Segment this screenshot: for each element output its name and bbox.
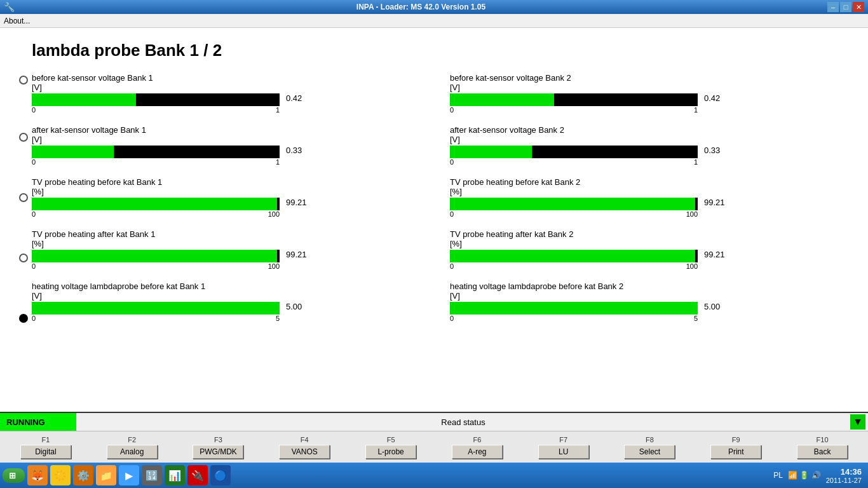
sensor-block: TV probe heating before kat Bank 2[%]99.…: [450, 177, 855, 218]
radio-3[interactable]: [19, 193, 28, 202]
windows-icon: ⊞: [9, 471, 16, 480]
minimize-button[interactable]: –: [827, 2, 839, 12]
taskbar-icon-bmw[interactable]: 🔵: [210, 465, 231, 485]
fkey-button[interactable]: LU: [538, 445, 589, 459]
sensor-value: 99.21: [704, 250, 726, 259]
content-wrapper: lambda probe Bank 1 / 2 before kat-senso…: [19, 41, 855, 334]
scale-max: 5: [694, 315, 698, 322]
sensor-label: TV probe heating before kat Bank 2: [450, 177, 855, 187]
progress-bar-container: 0.33: [450, 146, 698, 158]
fkey-button[interactable]: A-reg: [452, 445, 503, 459]
radio-5[interactable]: [19, 314, 28, 323]
sensor-value: 5.00: [286, 302, 308, 311]
sensor-block: TV probe heating before kat Bank 1[%]99.…: [32, 177, 437, 218]
scale-max: 100: [686, 262, 698, 270]
scale-max: 1: [694, 106, 698, 114]
fkey-button[interactable]: VANOS: [279, 445, 330, 459]
progress-bar-container: 0.42: [450, 93, 698, 106]
start-button[interactable]: ⊞: [3, 468, 25, 483]
statusbar: RUNNING Read status ▼: [0, 412, 868, 431]
progress-bar-fill: [32, 198, 277, 210]
fkey-label: F6: [473, 436, 481, 444]
progress-bar-container: 0.42: [32, 93, 280, 106]
sensor-unit: [V]: [450, 83, 855, 92]
scale-min: 0: [450, 262, 454, 270]
menubar: About...: [0, 14, 868, 28]
taskbar-icon-firefox[interactable]: 🦊: [27, 465, 48, 485]
scale-max: 100: [268, 262, 280, 270]
bar-scale: 01: [32, 106, 280, 114]
fkey-button[interactable]: Analog: [107, 445, 158, 459]
fkey-button[interactable]: Print: [710, 445, 761, 459]
fkey-group: F10Back: [779, 436, 865, 459]
sensor-unit: [V]: [450, 135, 855, 144]
sensor-value: 99.21: [286, 250, 308, 259]
sensor-value: 0.42: [704, 93, 726, 103]
sensor-label: after kat-sensor voltage Bank 2: [450, 125, 855, 135]
taskbar-icon-excel[interactable]: 📊: [165, 465, 185, 485]
bar-scale: 0100: [32, 210, 280, 218]
fkey-button[interactable]: PWG/MDK: [193, 445, 243, 459]
bar-scale: 01: [450, 158, 698, 166]
fkey-group: F2Analog: [89, 436, 175, 459]
language-indicator: PL: [773, 471, 783, 480]
scale-min: 0: [32, 158, 36, 166]
sensor-label: heating voltage lambdaprobe before kat B…: [450, 281, 855, 291]
fkey-label: F3: [214, 436, 222, 444]
radio-1[interactable]: [19, 76, 28, 85]
taskbar-icon-puzzle[interactable]: 🔌: [187, 465, 208, 485]
taskbar-icon-folder[interactable]: 📁: [96, 465, 116, 485]
progress-bar-fill: [32, 302, 280, 315]
scale-max: 1: [276, 158, 280, 166]
progress-bar-fill: [450, 302, 698, 315]
fkey-button[interactable]: Select: [624, 445, 675, 459]
progress-bar-container: 5.00: [32, 302, 280, 315]
sensor-value: 99.21: [704, 198, 726, 207]
progress-bar-container: 99.21: [32, 198, 280, 210]
taskbar-icon-arrow[interactable]: ▶: [119, 465, 139, 485]
scale-max: 1: [694, 158, 698, 166]
bank2-column: before kat-sensor voltage Bank 2[V]0.420…: [450, 73, 855, 334]
scroll-arrow[interactable]: ▼: [850, 414, 865, 430]
fkey-button[interactable]: L-probe: [365, 445, 416, 459]
sensor-label: before kat-sensor voltage Bank 1: [32, 73, 437, 83]
sensor-unit: [V]: [32, 135, 437, 144]
taskbar-icon-tool[interactable]: ⚙️: [73, 465, 93, 485]
bar-scale: 0100: [450, 262, 698, 270]
close-button[interactable]: ✕: [853, 2, 864, 12]
sensor-value: 0.42: [286, 93, 308, 103]
bank1-column: before kat-sensor voltage Bank 1[V]0.420…: [32, 73, 450, 334]
radio-4[interactable]: [19, 254, 28, 262]
scale-max: 100: [268, 210, 280, 218]
sensor-unit: [V]: [32, 291, 437, 301]
sensor-label: after kat-sensor voltage Bank 1: [32, 125, 437, 135]
fkey-button[interactable]: Back: [797, 445, 848, 459]
taskbar-icon-sun[interactable]: ☀️: [50, 465, 71, 485]
progress-bar-container: 99.21: [450, 198, 698, 210]
sensor-value: 5.00: [704, 302, 726, 311]
sensor-value: 0.33: [704, 146, 726, 155]
titlebar-title: INPA - Loader: MS 42.0 Version 1.05: [15, 3, 827, 11]
fkey-button[interactable]: Digital: [20, 445, 71, 459]
fkey-label: F2: [128, 436, 136, 444]
sensor-value: 0.33: [286, 146, 308, 155]
fkey-label: F8: [646, 436, 654, 444]
fkey-group: F6A-reg: [434, 436, 520, 459]
bar-scale: 01: [450, 106, 698, 114]
titlebar-controls: – □ ✕: [827, 2, 864, 12]
sensor-unit: [V]: [32, 83, 437, 92]
read-status-label: Read status: [76, 417, 850, 427]
sensor-value: 99.21: [286, 198, 308, 207]
running-status: RUNNING: [0, 413, 76, 431]
sensor-unit: [%]: [450, 239, 855, 248]
fkey-group: F4VANOS: [261, 436, 348, 459]
maximize-button[interactable]: □: [840, 2, 851, 12]
sensor-unit: [%]: [450, 187, 855, 196]
clock: 14:36 2011-11-27: [826, 467, 862, 484]
scale-min: 0: [450, 315, 454, 322]
sensor-block: heating voltage lambdaprobe before kat B…: [450, 281, 855, 322]
sensor-label: TV probe heating after kat Bank 2: [450, 229, 855, 239]
about-menu[interactable]: About...: [4, 17, 30, 25]
taskbar-icon-calc[interactable]: 🔢: [142, 465, 162, 485]
radio-2[interactable]: [19, 133, 28, 142]
